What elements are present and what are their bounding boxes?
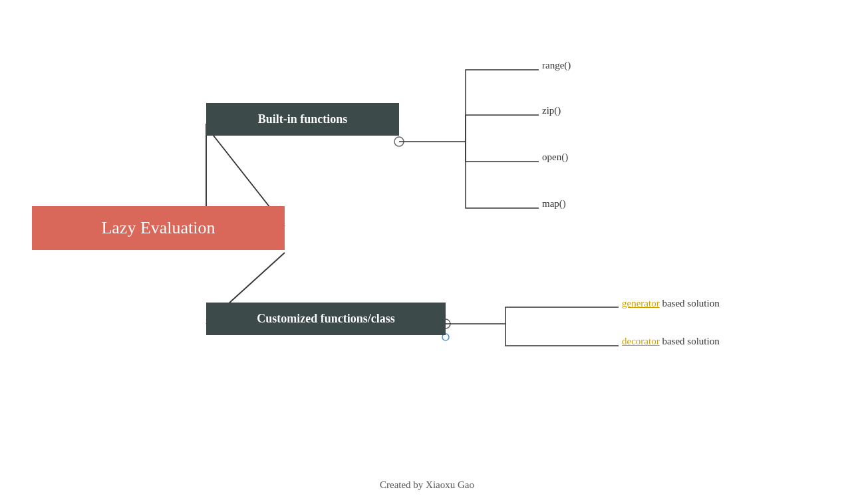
root-node: Lazy Evaluation [32,206,285,250]
footer: Created by Xiaoxu Gao [0,479,854,491]
branch-top-label: Built-in functions [258,112,348,126]
leaf-generator: generator based solution [622,298,720,309]
leaf-open: open() [542,152,568,163]
root-label: Lazy Evaluation [101,218,215,237]
leaf-decorator: decorator based solution [622,336,720,347]
footer-text: Created by Xiaoxu Gao [380,479,474,490]
branch-node-builtin: Built-in functions [206,103,399,136]
leaf-zip: zip() [542,105,561,116]
branch-node-customized: Customized functions/class [206,303,446,335]
leaf-range: range() [542,60,571,71]
branch-bottom-label: Customized functions/class [257,312,395,325]
leaf-map: map() [542,198,566,209]
svg-point-3 [394,137,404,146]
